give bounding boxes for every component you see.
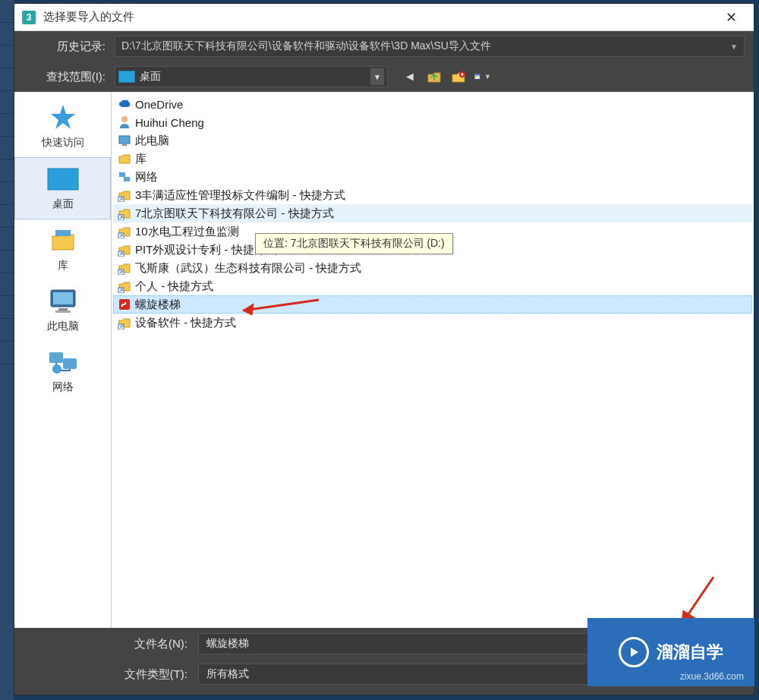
libraries-icon: [117, 151, 132, 166]
file-list[interactable]: OneDrive Huihui Cheng 此电脑 库: [112, 92, 754, 628]
history-dropdown[interactable]: D:\7北京图联天下科技有限公司\设备软件和驱动\设备软件\3D Max\SU导…: [115, 36, 745, 57]
filename-value: 螺旋楼梯: [206, 637, 249, 651]
svg-rect-12: [49, 352, 63, 363]
sidebar-item-label: 桌面: [52, 197, 74, 211]
svg-rect-13: [63, 358, 77, 369]
new-folder-icon[interactable]: [450, 68, 467, 85]
svg-rect-2: [475, 74, 480, 75]
tooltip: 位置: 7北京图联天下科技有限公司 (D:): [255, 233, 453, 254]
shortcut-folder-icon: [117, 242, 132, 257]
sidebar-item-label: 此电脑: [47, 320, 79, 333]
list-item[interactable]: 螺旋楼梯: [113, 295, 752, 314]
list-item[interactable]: 个人 - 快捷方式: [113, 277, 752, 295]
back-icon[interactable]: ◄: [402, 68, 418, 85]
file-label: 此电脑: [135, 134, 169, 148]
list-item[interactable]: 库: [113, 150, 752, 168]
svg-rect-10: [58, 308, 68, 311]
svg-marker-32: [631, 648, 638, 657]
svg-point-14: [52, 364, 61, 374]
watermark-brand: 溜溜自学: [657, 641, 723, 664]
file-label: 设备软件 - 快捷方式: [135, 316, 236, 330]
svg-rect-9: [53, 292, 73, 304]
network-icon: [45, 347, 81, 377]
places-sidebar: 快速访问 桌面 库 此电脑: [14, 92, 112, 628]
file-label: Huihui Cheng: [135, 116, 204, 129]
desktop-icon: [45, 164, 81, 194]
svg-point-15: [121, 116, 128, 122]
sidebar-item-quick[interactable]: 快速访问: [14, 96, 111, 157]
svg-rect-3: [476, 76, 477, 77]
lookin-row: 查找范围(I): 桌面 ▼ ◄ ▼: [14, 61, 754, 92]
import-file-dialog: 3 选择要导入的文件 ✕ 历史记录: D:\7北京图联天下科技有限公司\设备软件…: [14, 3, 754, 695]
list-item[interactable]: 此电脑: [113, 131, 752, 150]
sidebar-item-libraries[interactable]: 库: [14, 219, 111, 280]
file-label: 个人 - 快捷方式: [135, 279, 213, 294]
play-icon: [619, 637, 649, 667]
shortcut-folder-icon: [117, 224, 132, 239]
history-path: D:\7北京图联天下科技有限公司\设备软件和驱动\设备软件\3D Max\SU导…: [121, 39, 491, 53]
skp-file-icon: [117, 297, 132, 312]
list-item[interactable]: 3丰满适应性管理投标文件编制 - 快捷方式: [113, 186, 752, 204]
list-item[interactable]: 7北京图联天下科技有限公司 - 快捷方式: [113, 204, 752, 222]
file-label: 库: [135, 152, 146, 166]
desktop-icon: [118, 71, 135, 83]
sidebar-item-label: 快速访问: [42, 136, 84, 150]
lookin-value: 桌面: [140, 70, 367, 84]
list-item[interactable]: 飞斯康（武汉）生态科技有限公司 - 快捷方式: [113, 259, 752, 277]
up-level-icon[interactable]: [426, 68, 442, 85]
thispc-icon: [45, 286, 81, 317]
file-label: OneDrive: [135, 98, 183, 111]
svg-rect-5: [478, 76, 479, 77]
list-item[interactable]: 网络: [113, 168, 752, 186]
close-icon: ✕: [726, 9, 737, 26]
file-label: 3丰满适应性管理投标文件编制 - 快捷方式: [135, 188, 345, 203]
file-label: 7北京图联天下科技有限公司 - 快捷方式: [135, 207, 334, 221]
filename-label: 文件名(N):: [24, 637, 198, 651]
shortcut-folder-icon: [117, 279, 132, 294]
quick-access-icon: [45, 102, 81, 133]
chevron-down-icon: ▼: [370, 68, 384, 85]
filetype-value: 所有格式: [206, 667, 249, 681]
file-label: 网络: [135, 170, 158, 184]
user-icon: [117, 115, 132, 130]
nav-toolbar: ◄ ▼: [402, 68, 491, 85]
svg-rect-16: [119, 136, 130, 143]
file-label: 螺旋楼梯: [135, 298, 181, 312]
view-menu-icon[interactable]: ▼: [474, 68, 491, 85]
list-item[interactable]: OneDrive: [113, 95, 752, 113]
watermark-site: zixue.3d66.com: [680, 671, 744, 682]
sidebar-item-network[interactable]: 网络: [14, 341, 111, 402]
sidebar-item-thispc[interactable]: 此电脑: [14, 280, 111, 341]
history-label: 历史记录:: [24, 39, 115, 54]
svg-rect-17: [122, 144, 127, 146]
onedrive-icon: [117, 96, 132, 112]
titlebar: 3 选择要导入的文件 ✕: [14, 4, 754, 31]
sidebar-item-desktop[interactable]: 桌面: [14, 157, 111, 219]
chevron-down-icon: ▼: [484, 73, 491, 80]
libraries-icon: [45, 225, 81, 256]
file-label: 飞斯康（武汉）生态科技有限公司 - 快捷方式: [135, 261, 361, 276]
filetype-label: 文件类型(T):: [24, 667, 198, 682]
sidebar-item-label: 库: [58, 259, 68, 273]
svg-rect-11: [55, 311, 71, 313]
shortcut-folder-icon: [117, 315, 132, 330]
list-item[interactable]: Huihui Cheng: [113, 113, 752, 131]
svg-rect-4: [477, 76, 477, 77]
svg-rect-7: [55, 230, 71, 236]
history-row: 历史记录: D:\7北京图联天下科技有限公司\设备软件和驱动\设备软件\3D M…: [14, 31, 754, 61]
close-button[interactable]: ✕: [716, 6, 746, 29]
shortcut-folder-icon: [117, 260, 132, 276]
network-icon: [117, 169, 132, 184]
list-item[interactable]: 设备软件 - 快捷方式: [113, 314, 752, 332]
svg-rect-18: [119, 172, 125, 177]
shortcut-folder-icon: [117, 188, 132, 203]
window-title: 选择要导入的文件: [43, 10, 716, 24]
svg-rect-19: [124, 177, 130, 181]
watermark: 溜溜自学 zixue.3d66.com: [587, 618, 754, 686]
file-label: 10水电工程过鱼监测: [135, 225, 239, 239]
main-area: 快速访问 桌面 库 此电脑: [14, 92, 754, 628]
lookin-dropdown[interactable]: 桌面 ▼: [115, 66, 388, 87]
lookin-label: 查找范围(I):: [24, 70, 115, 84]
thispc-icon: [117, 133, 132, 148]
svg-rect-6: [48, 169, 78, 190]
